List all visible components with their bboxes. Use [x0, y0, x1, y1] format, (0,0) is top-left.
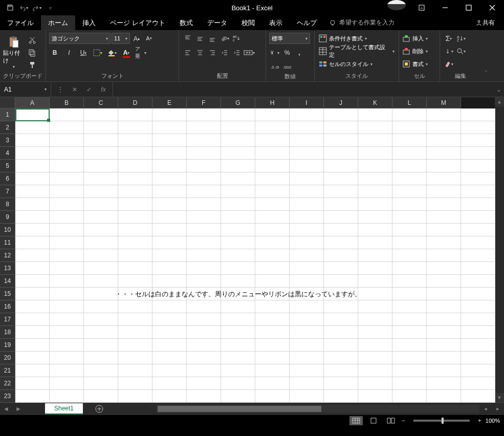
cell[interactable] [152, 313, 187, 326]
cell[interactable] [392, 313, 427, 326]
cell[interactable] [461, 313, 495, 326]
column-header[interactable]: B [50, 97, 84, 108]
cell[interactable] [392, 300, 427, 313]
cell[interactable] [152, 121, 187, 134]
cell[interactable] [15, 390, 50, 403]
cell[interactable] [118, 352, 152, 364]
row-header[interactable]: 11 [0, 236, 15, 249]
cell[interactable] [118, 300, 152, 313]
cell[interactable] [50, 172, 84, 185]
cell[interactable] [118, 147, 152, 160]
row-header[interactable]: 8 [0, 198, 15, 211]
ribbon-options-icon[interactable] [410, 0, 433, 15]
cell[interactable] [358, 262, 392, 275]
cell[interactable] [255, 236, 290, 249]
cell[interactable] [152, 108, 187, 121]
column-headers[interactable]: ABCDEFGHIJKLM [15, 97, 461, 108]
cell[interactable] [50, 377, 84, 390]
cell[interactable] [187, 172, 221, 185]
cell[interactable] [187, 326, 221, 339]
cell[interactable] [15, 236, 50, 249]
cell[interactable] [255, 108, 290, 121]
column-header[interactable]: M [427, 97, 461, 108]
cell[interactable] [221, 352, 255, 364]
normal-view-icon[interactable] [349, 416, 363, 425]
redo-icon[interactable]: ▾ [31, 2, 43, 14]
cell[interactable] [50, 134, 84, 147]
sort-filter-icon[interactable]: AZ▾ [455, 33, 467, 44]
cell[interactable] [118, 339, 152, 352]
cell[interactable] [118, 377, 152, 390]
bold-button[interactable]: B [49, 47, 60, 58]
cell[interactable] [50, 339, 84, 352]
cell[interactable] [324, 147, 358, 160]
cell[interactable] [392, 364, 427, 377]
cell[interactable] [290, 108, 324, 121]
cell[interactable] [324, 211, 358, 224]
cell[interactable] [221, 377, 255, 390]
cell[interactable] [392, 211, 427, 224]
cell[interactable] [187, 249, 221, 262]
cell[interactable] [461, 198, 495, 211]
cell[interactable] [461, 288, 495, 300]
cell[interactable] [50, 121, 84, 134]
delete-cells-button[interactable]: 削除▾ [402, 46, 428, 57]
share-button[interactable]: 共有 [466, 15, 504, 30]
cell[interactable] [427, 249, 461, 262]
copy-icon[interactable] [27, 47, 38, 58]
align-bottom-icon[interactable] [207, 33, 218, 44]
decrease-font-icon[interactable]: A▾ [143, 33, 155, 44]
column-header[interactable]: E [152, 97, 187, 108]
cell[interactable] [290, 313, 324, 326]
expand-formula-icon[interactable]: ⌄ [494, 82, 504, 97]
cell[interactable] [118, 313, 152, 326]
number-format-select[interactable]: 標準▾ [269, 33, 310, 44]
cell[interactable] [84, 262, 118, 275]
cell[interactable] [358, 147, 392, 160]
scroll-right-icon[interactable]: ► [492, 403, 504, 415]
cell[interactable] [358, 134, 392, 147]
row-header[interactable]: 20 [0, 352, 15, 364]
cell[interactable] [461, 262, 495, 275]
zoom-level[interactable]: 100% [486, 418, 500, 424]
cell[interactable] [187, 262, 221, 275]
fill-handle[interactable] [47, 119, 50, 122]
cut-icon[interactable] [27, 35, 38, 46]
cell[interactable] [324, 326, 358, 339]
cell[interactable] [187, 339, 221, 352]
cell[interactable] [84, 211, 118, 224]
cell[interactable] [152, 364, 187, 377]
cell[interactable] [461, 211, 495, 224]
cell[interactable] [50, 326, 84, 339]
cell[interactable] [15, 352, 50, 364]
cell[interactable] [15, 262, 50, 275]
borders-icon[interactable]: ▾ [92, 47, 103, 58]
cell[interactable] [324, 262, 358, 275]
tab-review[interactable]: 校閲 [234, 15, 262, 30]
name-box[interactable]: A1▾ [0, 82, 51, 97]
cell[interactable] [50, 198, 84, 211]
cell[interactable] [255, 147, 290, 160]
cell[interactable] [15, 326, 50, 339]
cell[interactable] [84, 352, 118, 364]
cell[interactable] [187, 236, 221, 249]
row-header[interactable]: 17 [0, 313, 15, 326]
cell[interactable] [427, 160, 461, 172]
cell[interactable] [290, 147, 324, 160]
cell[interactable] [84, 147, 118, 160]
cell[interactable] [427, 300, 461, 313]
cell[interactable] [427, 262, 461, 275]
column-header[interactable]: G [221, 97, 255, 108]
indent-increase-icon[interactable] [231, 47, 243, 58]
cell[interactable] [15, 147, 50, 160]
cell[interactable] [392, 160, 427, 172]
page-layout-view-icon[interactable] [367, 416, 380, 425]
cell[interactable] [187, 185, 221, 198]
cell[interactable] [427, 339, 461, 352]
merge-cells-icon[interactable]: ▾ [244, 47, 255, 58]
cell[interactable] [118, 275, 152, 288]
cell[interactable] [324, 160, 358, 172]
horizontal-scrollbar[interactable] [157, 405, 479, 413]
cell[interactable] [221, 160, 255, 172]
row-header[interactable]: 3 [0, 134, 15, 147]
